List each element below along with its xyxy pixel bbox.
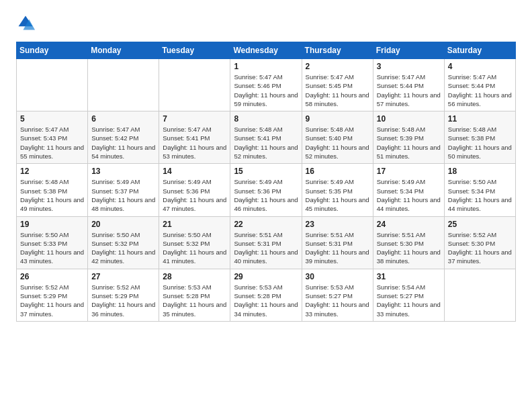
day-number: 21 (163, 220, 226, 229)
calendar-cell: 26Sunrise: 5:52 AM Sunset: 5:29 PM Dayli… (17, 269, 88, 321)
day-info: Sunrise: 5:47 AM Sunset: 5:46 PM Dayligh… (234, 73, 298, 108)
day-info: Sunrise: 5:50 AM Sunset: 5:32 PM Dayligh… (163, 230, 226, 266)
day-info: Sunrise: 5:47 AM Sunset: 5:45 PM Dayligh… (306, 73, 369, 108)
day-number: 2 (306, 62, 369, 71)
day-number: 11 (448, 114, 512, 124)
calendar-cell: 29Sunrise: 5:53 AM Sunset: 5:28 PM Dayli… (230, 269, 302, 321)
day-number: 10 (377, 114, 441, 124)
day-info: Sunrise: 5:53 AM Sunset: 5:27 PM Dayligh… (306, 283, 369, 318)
day-info: Sunrise: 5:52 AM Sunset: 5:29 PM Dayligh… (20, 283, 84, 318)
col-header-tuesday: Tuesday (159, 42, 230, 59)
day-info: Sunrise: 5:48 AM Sunset: 5:39 PM Dayligh… (377, 125, 441, 161)
day-number: 31 (377, 272, 441, 281)
day-number: 5 (20, 114, 84, 124)
day-info: Sunrise: 5:47 AM Sunset: 5:44 PM Dayligh… (448, 73, 512, 108)
day-number: 24 (377, 220, 441, 229)
calendar-cell: 17Sunrise: 5:49 AM Sunset: 5:34 PM Dayli… (373, 164, 444, 216)
calendar-cell (17, 59, 88, 111)
calendar-cell: 18Sunrise: 5:50 AM Sunset: 5:34 PM Dayli… (444, 164, 515, 216)
day-number: 27 (91, 272, 155, 281)
day-info: Sunrise: 5:49 AM Sunset: 5:37 PM Dayligh… (91, 177, 155, 213)
day-info: Sunrise: 5:51 AM Sunset: 5:30 PM Dayligh… (377, 230, 441, 266)
calendar-cell: 25Sunrise: 5:52 AM Sunset: 5:30 PM Dayli… (444, 216, 515, 269)
day-info: Sunrise: 5:54 AM Sunset: 5:27 PM Dayligh… (377, 283, 441, 318)
calendar-cell: 15Sunrise: 5:49 AM Sunset: 5:36 PM Dayli… (230, 164, 302, 216)
calendar-cell: 22Sunrise: 5:51 AM Sunset: 5:31 PM Dayli… (230, 216, 302, 269)
calendar-cell: 20Sunrise: 5:50 AM Sunset: 5:32 PM Dayli… (88, 216, 159, 269)
day-number: 13 (91, 167, 155, 176)
day-info: Sunrise: 5:49 AM Sunset: 5:34 PM Dayligh… (377, 177, 441, 213)
day-info: Sunrise: 5:50 AM Sunset: 5:32 PM Dayligh… (91, 230, 155, 266)
day-info: Sunrise: 5:47 AM Sunset: 5:41 PM Dayligh… (163, 125, 226, 161)
day-info: Sunrise: 5:51 AM Sunset: 5:31 PM Dayligh… (306, 230, 369, 266)
day-number: 20 (91, 220, 155, 229)
calendar-cell: 28Sunrise: 5:53 AM Sunset: 5:28 PM Dayli… (159, 269, 230, 321)
calendar-cell: 13Sunrise: 5:49 AM Sunset: 5:37 PM Dayli… (88, 164, 159, 216)
calendar-cell: 14Sunrise: 5:49 AM Sunset: 5:36 PM Dayli… (159, 164, 230, 216)
day-info: Sunrise: 5:53 AM Sunset: 5:28 PM Dayligh… (234, 283, 298, 318)
day-number: 8 (234, 114, 298, 124)
day-info: Sunrise: 5:53 AM Sunset: 5:28 PM Dayligh… (163, 283, 226, 318)
logo-icon (16, 13, 35, 32)
day-number: 16 (306, 167, 369, 176)
calendar-week-row: 12Sunrise: 5:48 AM Sunset: 5:38 PM Dayli… (17, 164, 516, 216)
day-number: 28 (163, 272, 226, 281)
calendar-cell: 5Sunrise: 5:47 AM Sunset: 5:43 PM Daylig… (17, 111, 88, 164)
calendar-cell: 24Sunrise: 5:51 AM Sunset: 5:30 PM Dayli… (373, 216, 444, 269)
day-info: Sunrise: 5:48 AM Sunset: 5:38 PM Dayligh… (448, 125, 512, 161)
day-info: Sunrise: 5:47 AM Sunset: 5:44 PM Dayligh… (377, 73, 441, 108)
day-info: Sunrise: 5:49 AM Sunset: 5:35 PM Dayligh… (306, 177, 369, 213)
day-number: 30 (306, 272, 369, 281)
day-info: Sunrise: 5:50 AM Sunset: 5:34 PM Dayligh… (448, 177, 512, 213)
calendar-cell: 31Sunrise: 5:54 AM Sunset: 5:27 PM Dayli… (373, 269, 444, 321)
col-header-monday: Monday (88, 42, 159, 59)
day-number: 17 (377, 167, 441, 176)
day-number: 14 (163, 167, 226, 176)
calendar-cell: 19Sunrise: 5:50 AM Sunset: 5:33 PM Dayli… (17, 216, 88, 269)
calendar-cell: 12Sunrise: 5:48 AM Sunset: 5:38 PM Dayli… (17, 164, 88, 216)
calendar-cell: 6Sunrise: 5:47 AM Sunset: 5:42 PM Daylig… (88, 111, 159, 164)
day-number: 26 (20, 272, 84, 281)
calendar-cell: 1Sunrise: 5:47 AM Sunset: 5:46 PM Daylig… (230, 59, 302, 111)
calendar-cell: 2Sunrise: 5:47 AM Sunset: 5:45 PM Daylig… (302, 59, 373, 111)
logo (16, 13, 38, 32)
calendar-cell: 3Sunrise: 5:47 AM Sunset: 5:44 PM Daylig… (373, 59, 444, 111)
col-header-sunday: Sunday (17, 42, 88, 59)
day-number: 25 (448, 220, 512, 229)
day-number: 23 (306, 220, 369, 229)
calendar-cell: 23Sunrise: 5:51 AM Sunset: 5:31 PM Dayli… (302, 216, 373, 269)
day-number: 22 (234, 220, 298, 229)
day-info: Sunrise: 5:47 AM Sunset: 5:42 PM Dayligh… (91, 125, 155, 161)
day-number: 12 (20, 167, 84, 176)
col-header-saturday: Saturday (444, 42, 515, 59)
col-header-thursday: Thursday (302, 42, 373, 59)
day-info: Sunrise: 5:51 AM Sunset: 5:31 PM Dayligh… (234, 230, 298, 266)
calendar: SundayMondayTuesdayWednesdayThursdayFrid… (16, 42, 516, 322)
calendar-cell (159, 59, 230, 111)
day-info: Sunrise: 5:48 AM Sunset: 5:38 PM Dayligh… (20, 177, 84, 213)
day-number: 1 (234, 62, 298, 71)
day-info: Sunrise: 5:49 AM Sunset: 5:36 PM Dayligh… (163, 177, 226, 213)
col-header-wednesday: Wednesday (230, 42, 302, 59)
calendar-cell: 16Sunrise: 5:49 AM Sunset: 5:35 PM Dayli… (302, 164, 373, 216)
day-number: 19 (20, 220, 84, 229)
calendar-week-row: 1Sunrise: 5:47 AM Sunset: 5:46 PM Daylig… (17, 59, 516, 111)
calendar-week-row: 5Sunrise: 5:47 AM Sunset: 5:43 PM Daylig… (17, 111, 516, 164)
calendar-cell: 10Sunrise: 5:48 AM Sunset: 5:39 PM Dayli… (373, 111, 444, 164)
calendar-cell: 4Sunrise: 5:47 AM Sunset: 5:44 PM Daylig… (444, 59, 515, 111)
page: SundayMondayTuesdayWednesdayThursdayFrid… (0, 0, 532, 335)
day-info: Sunrise: 5:52 AM Sunset: 5:30 PM Dayligh… (448, 230, 512, 266)
day-info: Sunrise: 5:50 AM Sunset: 5:33 PM Dayligh… (20, 230, 84, 266)
calendar-header-row: SundayMondayTuesdayWednesdayThursdayFrid… (17, 42, 516, 59)
day-number: 29 (234, 272, 298, 281)
calendar-week-row: 19Sunrise: 5:50 AM Sunset: 5:33 PM Dayli… (17, 216, 516, 269)
day-number: 18 (448, 167, 512, 176)
day-number: 4 (448, 62, 512, 71)
calendar-cell: 30Sunrise: 5:53 AM Sunset: 5:27 PM Dayli… (302, 269, 373, 321)
calendar-cell (444, 269, 515, 321)
calendar-cell: 7Sunrise: 5:47 AM Sunset: 5:41 PM Daylig… (159, 111, 230, 164)
calendar-cell (88, 59, 159, 111)
day-number: 6 (91, 114, 155, 124)
day-info: Sunrise: 5:52 AM Sunset: 5:29 PM Dayligh… (91, 283, 155, 318)
calendar-cell: 21Sunrise: 5:50 AM Sunset: 5:32 PM Dayli… (159, 216, 230, 269)
